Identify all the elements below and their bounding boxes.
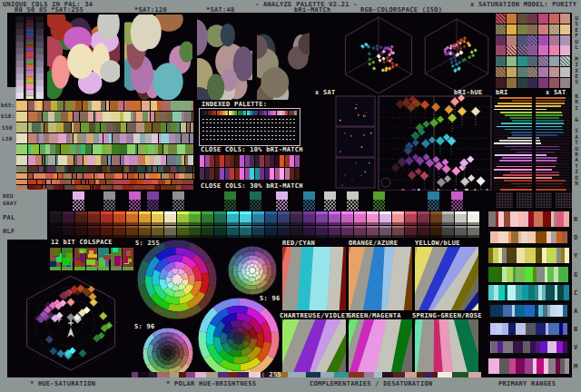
complementary-panel (349, 319, 412, 376)
primary-range-seg (547, 267, 554, 282)
strip-row-seg (114, 166, 122, 172)
bri-match-toggle[interactable]: bRi-MATCh (294, 6, 331, 14)
sat-bar (536, 152, 555, 153)
strip-row-seg (147, 185, 154, 190)
bri-bar (494, 177, 532, 179)
gray-dither-swatch (73, 200, 84, 211)
strip-row-seg (28, 173, 33, 179)
close-cols-10-label[interactable]: CLOSE COLS: 10% bRI-MATCH (201, 146, 303, 153)
strip-row-lead (16, 173, 27, 179)
strip-row-seg (158, 180, 165, 184)
strip-row-seg (112, 155, 121, 165)
hlf-swatch-lo (392, 235, 404, 238)
close-col-swatch (200, 168, 204, 180)
bri-bar (517, 186, 532, 188)
mix-cell (496, 45, 506, 55)
sat-bar (536, 112, 562, 113)
strip-row-seg (67, 155, 74, 165)
strip-row-seg (28, 166, 37, 172)
strip-row-seg (28, 101, 34, 111)
hlf-swatch (152, 228, 163, 235)
complementary-panel (415, 319, 478, 376)
strip-row-lead (16, 112, 27, 122)
bri-bar (495, 105, 532, 107)
strip-row-seg (169, 133, 175, 143)
strip-row-seg (66, 101, 73, 111)
primary-range-seg (488, 211, 496, 227)
sat-bar (536, 117, 559, 119)
sat-bar (536, 189, 566, 191)
strip-row-seg (154, 185, 160, 190)
panel-edge-strip (157, 372, 170, 377)
row-label-gray: GRAY (3, 200, 17, 206)
neu-swatch (451, 191, 463, 200)
panel-edge-strip (320, 372, 334, 377)
close-col-swatch (290, 168, 294, 180)
strip-row-seg (46, 180, 51, 184)
mix-cell (517, 56, 527, 66)
strip-row-seg (113, 133, 120, 143)
sat-255-toggle[interactable]: *SAT:255 (51, 6, 84, 14)
hlf-swatch (278, 228, 290, 235)
footer-polar-hue-brightness[interactable]: * POLAR HUE-BRIGHTNESS (166, 380, 256, 387)
close-cols-30-label[interactable]: CLOSE COLS: 30% bRI-MATCH (201, 182, 303, 190)
strip-row-seg (64, 173, 72, 179)
mix-cell (527, 45, 537, 55)
mix-cell (549, 35, 559, 45)
sat-128-toggle[interactable]: *SAT:128 (134, 6, 167, 14)
mix-cell (517, 78, 527, 88)
strip-row-seg (37, 112, 43, 122)
strip-row-seg (184, 112, 192, 122)
primary-range-border (488, 339, 569, 355)
footer-hue-saturation[interactable]: * HUE-SATURATION (30, 380, 95, 387)
panel-edge-strip (364, 372, 374, 377)
sat-48-toggle[interactable]: *SAT:48 (206, 6, 235, 14)
colspace-tile-quad (86, 260, 95, 265)
pal-swatch-lo (405, 222, 417, 225)
neu-swatch (73, 191, 84, 200)
strip-row-seg (87, 166, 96, 172)
strip-row-seg (129, 166, 134, 172)
panel-edge-strip (382, 372, 393, 377)
strip-row-seg (154, 155, 160, 165)
mix-cell (507, 24, 517, 34)
sat-bar (536, 169, 552, 171)
mix-cell (496, 35, 506, 45)
strip-row-seg (106, 122, 113, 132)
panel-edge-strip (218, 372, 229, 377)
strip-row-seg (168, 185, 176, 190)
footer-primary-ranges: PRIMARY RANGES (498, 380, 556, 387)
strip-row-seg (48, 122, 56, 132)
gray-dither-swatch (347, 200, 359, 211)
hlf-swatch (303, 228, 315, 235)
sat-bar (536, 105, 561, 107)
bri-bar (497, 166, 532, 168)
gray-dither-swatch (303, 200, 315, 211)
strip-row-seg (69, 144, 75, 154)
mix-cell (496, 56, 506, 66)
strip-row-seg (45, 144, 50, 154)
primary-range-seg (516, 267, 524, 282)
pal-swatch (303, 214, 315, 222)
neu-swatch (224, 191, 236, 200)
bri-bar (510, 149, 532, 151)
close-col-swatch (250, 155, 254, 167)
bri-bar (500, 112, 532, 113)
hlf-swatch (430, 228, 442, 235)
hlf-swatch-lo (418, 235, 429, 238)
bri-bar (500, 189, 532, 191)
hlf-swatch (50, 228, 62, 235)
saturation-model-toggle[interactable]: x SATURATION MODEL: PURITY (470, 1, 576, 8)
strip-row-seg (37, 180, 42, 184)
dotted-box (497, 192, 513, 208)
sat-bar (536, 174, 559, 176)
hlf-swatch (113, 228, 125, 235)
strip-row-seg (127, 144, 135, 154)
pal-swatch-lo (88, 222, 100, 225)
strip-row-seg (111, 112, 119, 122)
strip-row-seg (171, 101, 178, 111)
primary-range-seg (516, 358, 525, 374)
hlf-swatch-lo (50, 235, 62, 238)
bri-bar (494, 109, 532, 111)
sat-scatter-label: x SAT (315, 89, 336, 96)
